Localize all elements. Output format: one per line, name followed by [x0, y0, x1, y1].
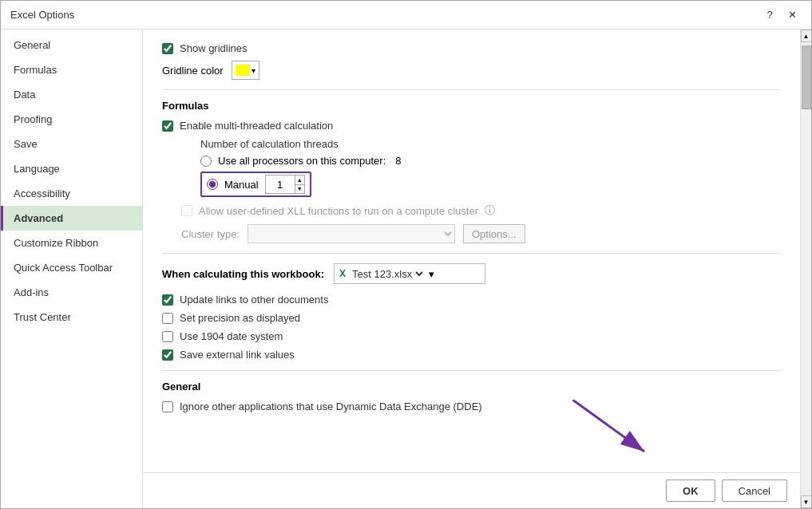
- excel-options-dialog: Excel Options ? ✕ General Formulas Data …: [0, 0, 812, 509]
- help-button[interactable]: ?: [760, 6, 779, 25]
- gridline-color-row: Gridline color ▾: [162, 61, 781, 80]
- workbook-dropdown[interactable]: X Test 123.xlsx ▾: [334, 263, 485, 284]
- use-all-processors-value: 8: [395, 155, 401, 167]
- content-scroll: Show gridlines Gridline color ▾ Formulas: [143, 30, 800, 472]
- sidebar-item-trust-center[interactable]: Trust Center: [1, 305, 142, 329]
- scroll-down-button[interactable]: ▼: [801, 495, 812, 508]
- use-all-processors-text: Use all processors on this computer:: [218, 155, 386, 167]
- excel-icon: X: [339, 268, 346, 279]
- ignore-dde-text: Ignore other applications that use Dynam…: [180, 400, 482, 412]
- sidebar: General Formulas Data Proofing Save Lang…: [1, 30, 143, 508]
- close-button[interactable]: ✕: [782, 6, 802, 25]
- update-links-label[interactable]: Update links to other documents: [162, 294, 328, 306]
- allow-xll-label[interactable]: Allow user-defined XLL functions to run …: [181, 203, 495, 218]
- info-icon: ⓘ: [485, 203, 495, 218]
- spin-buttons: ▲ ▼: [295, 176, 304, 193]
- workbook-row: When calculating this workbook: X Test 1…: [162, 263, 781, 284]
- use-1904-row: Use 1904 date system: [162, 330, 781, 342]
- sidebar-item-formulas[interactable]: Formulas: [1, 57, 142, 82]
- num-threads-label: Number of calculation threads: [162, 138, 781, 150]
- gridline-color-label: Gridline color: [162, 65, 224, 77]
- manual-text: Manual: [224, 179, 259, 191]
- gridline-color-button[interactable]: ▾: [232, 61, 259, 80]
- show-gridlines-row: Show gridlines: [162, 42, 781, 54]
- manual-radio[interactable]: [207, 179, 218, 190]
- set-precision-checkbox[interactable]: [162, 313, 173, 324]
- spin-down-button[interactable]: ▼: [295, 185, 304, 194]
- manual-spinbox[interactable]: 1 ▲ ▼: [265, 175, 305, 194]
- ok-button[interactable]: OK: [666, 479, 715, 502]
- enable-multithreaded-row: Enable multi-threaded calculation: [162, 120, 781, 132]
- workbook-dropdown-arrow: ▾: [429, 268, 434, 280]
- manual-value-input[interactable]: 1: [266, 176, 295, 193]
- general-section-title: General: [162, 381, 781, 393]
- sidebar-item-proofing[interactable]: Proofing: [1, 107, 142, 132]
- show-gridlines-text: Show gridlines: [180, 42, 248, 54]
- color-swatch: [236, 65, 250, 76]
- use-all-radio[interactable]: [200, 156, 212, 167]
- sidebar-item-advanced[interactable]: Advanced: [1, 206, 142, 231]
- sidebar-item-data[interactable]: Data: [1, 82, 142, 107]
- ignore-dde-checkbox[interactable]: [162, 401, 173, 412]
- sidebar-item-general[interactable]: General: [1, 33, 142, 57]
- svg-line-1: [572, 400, 644, 452]
- show-gridlines-checkbox[interactable]: [162, 43, 173, 54]
- ignore-dde-label[interactable]: Ignore other applications that use Dynam…: [162, 400, 482, 412]
- save-external-checkbox[interactable]: [162, 349, 173, 361]
- enable-multithreaded-checkbox[interactable]: [162, 120, 173, 132]
- manual-box: Manual 1 ▲ ▼: [200, 172, 311, 197]
- show-gridlines-label[interactable]: Show gridlines: [162, 42, 248, 54]
- sidebar-item-quick-access[interactable]: Quick Access Toolbar: [1, 255, 142, 280]
- content-area: Show gridlines Gridline color ▾ Formulas: [143, 30, 800, 508]
- sidebar-item-language[interactable]: Language: [1, 156, 142, 181]
- cluster-type-label: Cluster type:: [181, 228, 240, 240]
- separator2: [162, 253, 781, 254]
- enable-multithreaded-label[interactable]: Enable multi-threaded calculation: [162, 120, 333, 132]
- manual-wrapper: Manual 1 ▲ ▼: [162, 172, 781, 197]
- separator1: [162, 89, 781, 90]
- cancel-button[interactable]: Cancel: [722, 479, 787, 502]
- workbook-select[interactable]: Test 123.xlsx: [349, 267, 426, 281]
- when-calculating-label: When calculating this workbook:: [162, 268, 324, 280]
- cluster-type-dropdown[interactable]: [248, 224, 455, 243]
- spin-up-button[interactable]: ▲: [295, 176, 304, 185]
- sidebar-item-save[interactable]: Save: [1, 132, 142, 156]
- save-external-label[interactable]: Save external link values: [162, 349, 295, 361]
- scrollbar-thumb[interactable]: [802, 45, 811, 109]
- update-links-checkbox[interactable]: [162, 294, 173, 306]
- dialog-footer: OK Cancel: [143, 472, 800, 508]
- scrollbar: ▲ ▼: [800, 30, 811, 508]
- title-bar: Excel Options ? ✕: [1, 1, 811, 30]
- cluster-options-button[interactable]: Options...: [463, 224, 525, 243]
- save-external-text: Save external link values: [180, 349, 295, 361]
- update-links-text: Update links to other documents: [180, 294, 328, 306]
- use-1904-label[interactable]: Use 1904 date system: [162, 330, 283, 342]
- arrow-annotation: [572, 400, 668, 464]
- allow-xll-row: Allow user-defined XLL functions to run …: [162, 203, 781, 218]
- dialog-title: Excel Options: [10, 9, 74, 21]
- formulas-section-title: Formulas: [162, 100, 781, 112]
- color-dropdown-arrow: ▾: [252, 66, 255, 75]
- ignore-dde-row: Ignore other applications that use Dynam…: [162, 400, 781, 412]
- update-links-row: Update links to other documents: [162, 294, 781, 306]
- set-precision-text: Set precision as displayed: [180, 312, 300, 324]
- use-1904-checkbox[interactable]: [162, 331, 173, 342]
- title-bar-controls: ? ✕: [760, 6, 802, 25]
- dialog-body: General Formulas Data Proofing Save Lang…: [1, 30, 811, 508]
- sidebar-item-customize-ribbon[interactable]: Customize Ribbon: [1, 231, 142, 255]
- allow-xll-text: Allow user-defined XLL functions to run …: [199, 205, 478, 217]
- set-precision-row: Set precision as displayed: [162, 312, 781, 324]
- allow-xll-checkbox[interactable]: [181, 205, 192, 216]
- use-1904-text: Use 1904 date system: [180, 330, 283, 342]
- sidebar-item-add-ins[interactable]: Add-ins: [1, 280, 142, 305]
- separator3: [162, 370, 781, 371]
- scroll-up-button[interactable]: ▲: [801, 30, 812, 42]
- use-all-processors-row: Use all processors on this computer: 8: [162, 155, 781, 167]
- save-external-row: Save external link values: [162, 349, 781, 361]
- set-precision-label[interactable]: Set precision as displayed: [162, 312, 300, 324]
- sidebar-item-accessibility[interactable]: Accessibility: [1, 181, 142, 206]
- cluster-type-row: Cluster type: Options...: [162, 224, 781, 243]
- enable-multithreaded-text: Enable multi-threaded calculation: [180, 120, 333, 132]
